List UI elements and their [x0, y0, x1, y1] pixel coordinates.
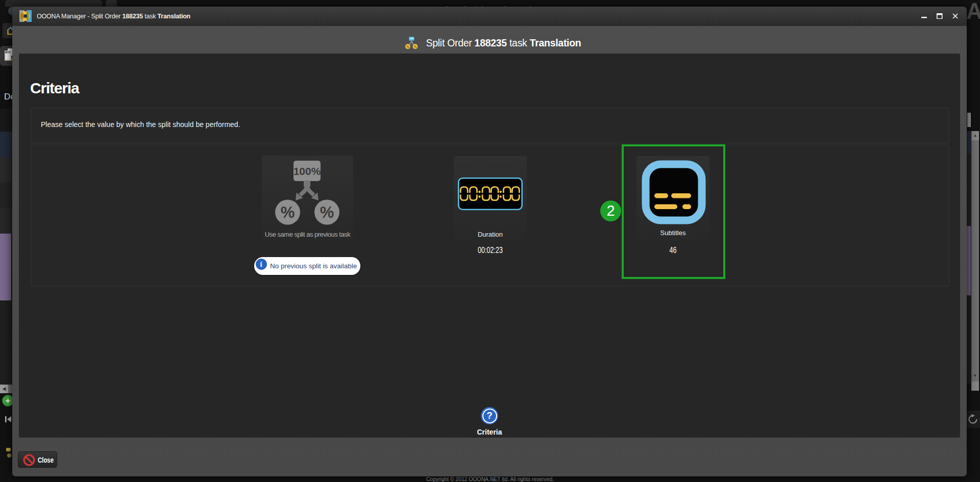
svg-text:%: %: [281, 204, 295, 221]
svg-text:%: %: [320, 204, 334, 221]
svg-text:%: %: [413, 44, 416, 48]
svg-text:100%: 100%: [293, 165, 321, 177]
svg-text:100%: 100%: [409, 38, 414, 40]
svg-text:%: %: [406, 44, 409, 48]
